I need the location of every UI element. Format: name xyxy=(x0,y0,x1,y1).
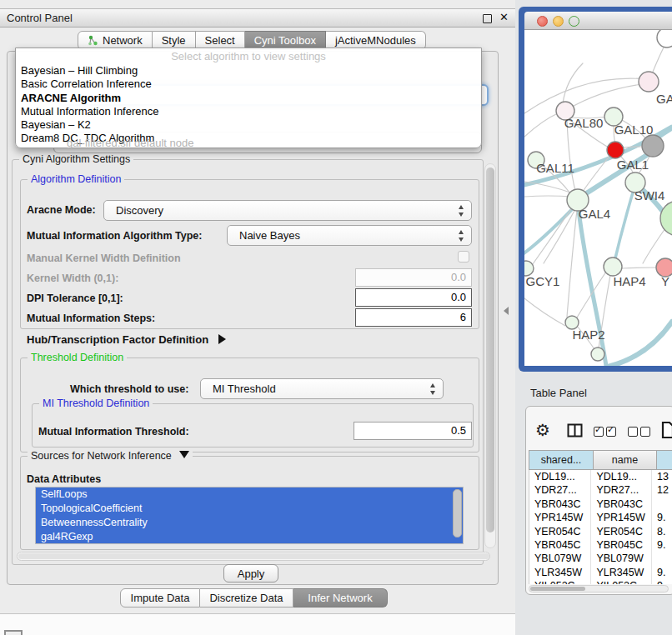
network-edge[interactable] xyxy=(524,196,573,197)
table-cell[interactable]: YLR345W xyxy=(529,566,591,579)
mi-steps-field[interactable]: 6 xyxy=(355,308,472,327)
algorithm-option[interactable]: Basic Correlation Inference xyxy=(16,78,481,91)
split-view-icon[interactable] xyxy=(567,423,583,438)
panel-divider-collapse-icon[interactable] xyxy=(504,307,509,315)
network-edge[interactable] xyxy=(524,113,558,137)
table-cell[interactable]: YER054C xyxy=(591,525,652,538)
table-row[interactable]: YBL079WYBL079W xyxy=(529,552,672,565)
network-edge[interactable] xyxy=(614,184,635,265)
table-horizontal-scrollbar[interactable] xyxy=(529,585,669,592)
apply-button[interactable]: Apply xyxy=(223,564,278,582)
which-threshold-combobox[interactable]: MI Threshold xyxy=(200,378,444,399)
network-node[interactable] xyxy=(657,30,672,48)
network-edge[interactable] xyxy=(524,298,565,326)
hub-definition-expander[interactable]: Hub/Transcription Factor Definition xyxy=(27,333,226,346)
network-edge[interactable] xyxy=(563,63,583,103)
table-cell[interactable]: YBR043C xyxy=(529,498,591,511)
table-row[interactable]: YBR045CYBR045C9. xyxy=(529,538,672,552)
table-cell[interactable]: YDL19... xyxy=(529,470,591,483)
dpi-tolerance-field[interactable]: 0.0 xyxy=(355,288,472,307)
tab-infer-network[interactable]: Infer Network xyxy=(293,588,388,608)
network-window-titlebar[interactable] xyxy=(524,12,672,30)
network-node[interactable] xyxy=(639,72,659,92)
network-edge[interactable] xyxy=(568,83,649,109)
network-edge[interactable] xyxy=(622,268,657,268)
aracne-mode-combobox[interactable]: Discovery xyxy=(103,200,472,221)
algorithm-option[interactable]: Mutual Information Inference xyxy=(16,105,481,118)
table-cell[interactable]: 8. xyxy=(652,525,672,538)
tab-discretize-data[interactable]: Discretize Data xyxy=(200,588,293,608)
table-cell[interactable]: YER054C xyxy=(529,525,591,538)
table-cell[interactable]: YPR145W xyxy=(529,511,591,524)
manual-kernel-width-checkbox[interactable] xyxy=(458,251,469,262)
table-body[interactable]: YDL19...YDL19...13YDR27...YDR27...12YBR0… xyxy=(529,470,672,584)
network-edge[interactable] xyxy=(529,207,573,270)
minimized-window-icon[interactable] xyxy=(4,630,23,635)
network-edge[interactable] xyxy=(567,210,577,317)
network-edge[interactable] xyxy=(643,228,665,263)
data-attribute-item[interactable]: BetweennessCentrality xyxy=(36,516,463,530)
table-cell[interactable]: 9. xyxy=(652,566,672,579)
table-cell[interactable]: YBR045C xyxy=(529,538,591,552)
table-cell[interactable]: 9. xyxy=(652,511,672,524)
table-row[interactable]: YDR27...YDR27...12 xyxy=(529,483,672,497)
algorithm-option[interactable]: ARACNE Algorithm xyxy=(16,92,481,105)
algorithm-option[interactable]: Bayesian – Hill Climbing xyxy=(16,64,481,78)
zoom-traffic-light[interactable] xyxy=(569,16,579,27)
table-cell[interactable]: YBL079W xyxy=(591,552,652,565)
data-attribute-item[interactable]: gal4RGexp xyxy=(36,530,463,544)
settings-vertical-scrollbar[interactable] xyxy=(484,163,496,548)
table-cell[interactable]: YIL052C xyxy=(591,579,652,584)
minimize-traffic-light[interactable] xyxy=(553,16,564,27)
table-row[interactable]: YPR145WYPR145W9. xyxy=(529,511,672,524)
table-row[interactable]: YLR345WYLR345W9. xyxy=(529,566,672,579)
column-header-name[interactable]: name xyxy=(594,450,657,470)
checked-checkbox-icon[interactable]: ✓ xyxy=(594,427,604,437)
network-node[interactable] xyxy=(591,348,604,361)
data-attribute-item[interactable]: SelfLoops xyxy=(36,488,463,502)
network-edge[interactable] xyxy=(544,209,575,263)
tab-impute-data[interactable]: Impute Data xyxy=(120,588,200,608)
table-cell[interactable]: YLR345W xyxy=(591,566,652,579)
network-node[interactable] xyxy=(642,135,664,157)
unchecked-checkbox-icon[interactable] xyxy=(628,427,638,437)
unchecked-checkbox-icon[interactable] xyxy=(640,427,650,437)
settings-horizontal-scrollbar[interactable] xyxy=(17,552,490,561)
table-row[interactable]: YER054CYER054C8. xyxy=(529,525,672,538)
column-header-shared[interactable]: shared... xyxy=(529,450,594,470)
gear-icon[interactable]: ⚙ xyxy=(535,420,550,440)
table-row[interactable]: YIL052CYIL052C9. xyxy=(529,579,672,584)
table-cell[interactable]: YBR043C xyxy=(591,498,652,511)
checked-checkbox-icon[interactable]: ✓ xyxy=(606,427,616,437)
data-attribute-item[interactable]: TopologicalCoefficient xyxy=(36,502,463,516)
table-cell[interactable]: 12 xyxy=(652,483,672,497)
network-edge[interactable] xyxy=(623,147,644,148)
close-traffic-light[interactable] xyxy=(537,16,548,27)
table-cell[interactable]: YDL19... xyxy=(591,470,652,483)
table-cell[interactable] xyxy=(652,498,672,511)
network-canvas[interactable]: GALGAL80GAL10GAL1GAL11SWI4GAL4GCY1HAP4YH… xyxy=(524,30,672,366)
mi-threshold-field[interactable]: 0.5 xyxy=(354,422,472,440)
network-node[interactable] xyxy=(604,258,622,276)
network-view-window[interactable]: GALGAL80GAL10GAL1GAL11SWI4GAL4GCY1HAP4YH… xyxy=(519,7,672,372)
mi-type-combobox[interactable]: Naive Bayes xyxy=(227,225,472,246)
data-attributes-list[interactable]: SelfLoopsTopologicalCoefficientBetweenne… xyxy=(35,487,464,544)
column-header-partial[interactable] xyxy=(657,450,672,470)
close-icon[interactable]: ✕ xyxy=(499,11,509,23)
table-cell[interactable]: 9. xyxy=(652,538,672,552)
table-cell[interactable]: YBL079W xyxy=(529,552,591,565)
table-cell[interactable]: YBR045C xyxy=(591,538,652,552)
table-row[interactable]: YBR043CYBR043C xyxy=(529,498,672,511)
float-window-icon[interactable] xyxy=(483,14,492,23)
table-cell[interactable]: YDR27... xyxy=(591,483,652,497)
list-scrollbar[interactable] xyxy=(453,489,462,538)
table-cell[interactable] xyxy=(652,552,672,565)
table-cell[interactable]: YDR27... xyxy=(529,483,591,497)
table-cell[interactable]: YIL052C xyxy=(529,579,591,584)
network-node[interactable] xyxy=(660,201,672,236)
algorithm-option[interactable]: Bayesian – K2 xyxy=(16,118,481,132)
table-cell[interactable]: 9. xyxy=(652,579,672,584)
table-row[interactable]: YDL19...YDL19...13 xyxy=(529,470,672,483)
document-icon[interactable] xyxy=(661,421,672,439)
network-node[interactable] xyxy=(607,142,624,158)
